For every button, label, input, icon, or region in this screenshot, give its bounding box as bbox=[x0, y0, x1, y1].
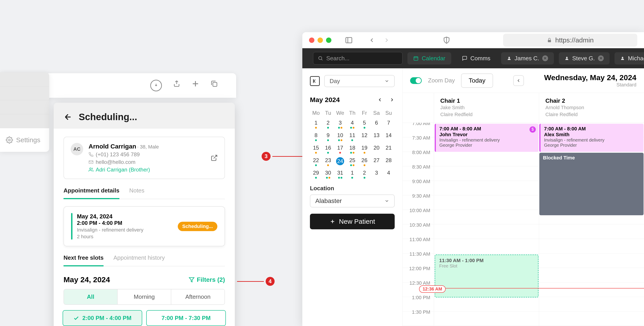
time-cell[interactable] bbox=[434, 224, 539, 239]
calendar-day[interactable]: 9 bbox=[322, 132, 334, 141]
download-icon[interactable] bbox=[150, 80, 162, 91]
calendar-day[interactable]: 28 bbox=[382, 157, 395, 166]
time-cell[interactable] bbox=[434, 297, 539, 311]
share-icon[interactable] bbox=[173, 80, 181, 91]
lock-icon bbox=[547, 37, 552, 43]
time-cell[interactable] bbox=[539, 224, 644, 239]
close-icon[interactable]: ✕ bbox=[598, 55, 604, 61]
calendar-day[interactable]: 3 bbox=[334, 120, 346, 129]
time-cell[interactable] bbox=[434, 152, 539, 166]
sidebar-toggle-icon[interactable] bbox=[345, 36, 353, 44]
filter-icon bbox=[189, 277, 194, 283]
slot-btn[interactable]: 2:00 PM - 4:00 PM bbox=[62, 310, 142, 326]
collapse-sidebar-icon[interactable] bbox=[310, 76, 320, 86]
time-cell[interactable] bbox=[539, 283, 644, 297]
time-cell[interactable] bbox=[539, 312, 644, 326]
patient-family[interactable]: Adri Carrigan (Brother) bbox=[96, 166, 150, 173]
segment-morning[interactable]: Morning bbox=[118, 289, 171, 304]
calendar-day[interactable]: 1 bbox=[346, 170, 358, 179]
patient-chip[interactable]: James C. ✕ bbox=[501, 52, 554, 65]
calendar-day[interactable]: 23 bbox=[322, 157, 334, 166]
calendar-day[interactable]: 15 bbox=[310, 145, 322, 154]
patient-chip[interactable]: Michael C. ✕ bbox=[614, 52, 644, 65]
time-cell[interactable] bbox=[539, 239, 644, 253]
today-button[interactable]: Today bbox=[461, 73, 493, 88]
calendar-day[interactable]: 25 bbox=[346, 157, 358, 166]
left-peek-panel: Settings bbox=[0, 72, 49, 152]
tab-next-free-slots[interactable]: Next free slots bbox=[64, 254, 104, 266]
calendar-day[interactable]: 10 bbox=[334, 132, 346, 141]
slot-btn[interactable]: 7:00 PM - 7:30 PM bbox=[146, 310, 226, 326]
nav-comms[interactable]: Comms bbox=[456, 52, 496, 65]
calendar-day[interactable]: 5 bbox=[358, 120, 370, 129]
calendar-day[interactable]: 19 bbox=[358, 145, 370, 154]
appointment-event[interactable]: 7:00 AM - 8:00 AM John Trevor Invisalign… bbox=[435, 124, 538, 152]
calendar-day[interactable]: 21 bbox=[382, 145, 395, 154]
time-cell[interactable] bbox=[539, 268, 644, 282]
calendar-day[interactable]: 8 bbox=[310, 132, 322, 141]
month-next-icon[interactable] bbox=[389, 97, 395, 103]
nav-back-icon[interactable] bbox=[368, 37, 375, 43]
calendar-day[interactable]: 11 bbox=[346, 132, 358, 141]
view-select[interactable]: Day bbox=[324, 75, 395, 87]
time-cell[interactable] bbox=[434, 195, 539, 210]
back-icon[interactable] bbox=[64, 113, 72, 122]
shield-icon[interactable] bbox=[443, 36, 450, 44]
tab-appointment-history[interactable]: Appointment history bbox=[113, 254, 165, 266]
appointment-card: May 24, 2024 2:00 PM - 4:00 PM Invisalig… bbox=[64, 206, 225, 246]
calendar-day[interactable]: 18 bbox=[346, 145, 358, 154]
month-prev-icon[interactable] bbox=[377, 97, 382, 103]
time-cell[interactable] bbox=[434, 166, 539, 181]
nav-fwd-icon[interactable] bbox=[383, 37, 390, 43]
calendar-day[interactable]: 22 bbox=[310, 157, 322, 166]
segment-all[interactable]: All bbox=[64, 289, 118, 304]
calendar-day[interactable]: 13 bbox=[370, 132, 382, 141]
sidebar-item-settings[interactable]: Settings bbox=[6, 136, 44, 144]
segment-afternoon[interactable]: Afternoon bbox=[171, 289, 224, 304]
calendar-day[interactable]: 3 bbox=[370, 170, 382, 179]
plus-icon[interactable] bbox=[192, 80, 200, 91]
patient-chip[interactable]: Steve G. ✕ bbox=[559, 52, 610, 65]
calendar-day[interactable]: 6 bbox=[370, 120, 382, 129]
calendar-day[interactable]: 27 bbox=[370, 157, 382, 166]
calendar-day[interactable]: 16 bbox=[322, 145, 334, 154]
free-slot[interactable]: 11:30 AM - 1:00 PM Free Slot bbox=[435, 255, 538, 298]
calendar-day[interactable]: 1 bbox=[310, 120, 322, 129]
calendar-day[interactable]: 2 bbox=[322, 120, 334, 129]
copy-icon[interactable] bbox=[210, 80, 218, 91]
calendar-day[interactable]: 12 bbox=[358, 132, 370, 141]
calendar-day[interactable]: 20 bbox=[370, 145, 382, 154]
traffic-lights[interactable] bbox=[309, 37, 332, 43]
location-select[interactable]: Alabaster bbox=[310, 194, 395, 207]
zoom-toggle[interactable] bbox=[410, 77, 422, 84]
time-cell[interactable] bbox=[434, 181, 539, 195]
calendar-day[interactable]: 17 bbox=[334, 145, 346, 154]
calendar-day[interactable]: 7 bbox=[382, 120, 395, 129]
calendar-day[interactable]: 4 bbox=[346, 120, 358, 129]
time-cell[interactable] bbox=[539, 297, 644, 311]
calendar-day[interactable]: 14 bbox=[382, 132, 395, 141]
calendar-day[interactable]: 30 bbox=[322, 170, 334, 179]
calendar-day[interactable]: 26 bbox=[358, 157, 370, 166]
address-bar[interactable]: https://admin bbox=[503, 34, 637, 47]
time-cell[interactable] bbox=[434, 210, 539, 224]
calendar-day[interactable]: 24 bbox=[334, 157, 346, 166]
time-cell[interactable] bbox=[434, 312, 539, 326]
external-link-icon[interactable] bbox=[211, 154, 218, 162]
filters-link[interactable]: Filters (2) bbox=[189, 276, 225, 283]
search-input[interactable]: Search... bbox=[313, 52, 402, 65]
tab-notes[interactable]: Notes bbox=[129, 187, 144, 199]
appointment-event[interactable]: 7:00 AM - 8:00 AM Alex Smith Invisalign … bbox=[539, 124, 644, 152]
calendar-day[interactable]: 4 bbox=[382, 170, 395, 179]
calendar-day[interactable]: 31 bbox=[334, 170, 346, 179]
date-prev-icon[interactable] bbox=[513, 75, 524, 86]
new-patient-button[interactable]: New Patient bbox=[310, 214, 395, 229]
blocked-event[interactable]: Blocked Time bbox=[539, 153, 644, 215]
time-cell[interactable] bbox=[434, 239, 539, 253]
time-cell[interactable] bbox=[539, 253, 644, 268]
tab-appointment-details[interactable]: Appointment details bbox=[64, 187, 120, 199]
nav-calendar[interactable]: Calendar bbox=[408, 52, 451, 65]
calendar-day[interactable]: 29 bbox=[310, 170, 322, 179]
calendar-day[interactable]: 2 bbox=[358, 170, 370, 179]
close-icon[interactable]: ✕ bbox=[542, 55, 548, 61]
